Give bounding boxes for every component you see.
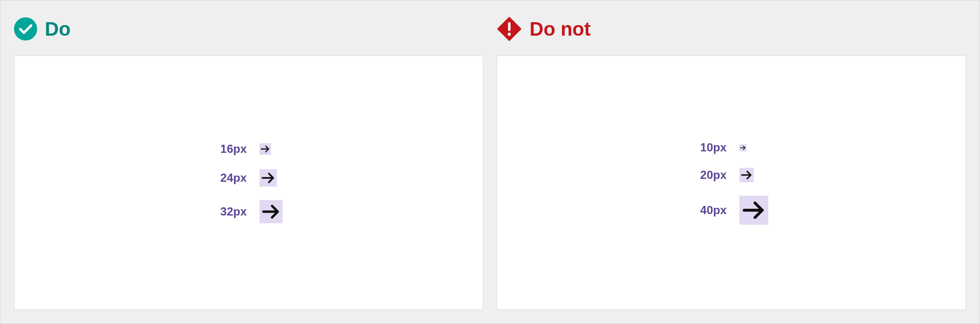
size-row: 20px xyxy=(695,168,754,182)
arrow-right-icon xyxy=(739,168,754,182)
do-title: Do xyxy=(45,19,70,39)
donot-size-list: 10px 20px 40px xyxy=(695,141,768,225)
size-row: 16px xyxy=(215,142,271,156)
size-label: 10px xyxy=(695,141,727,154)
size-label: 16px xyxy=(215,142,247,156)
size-label: 24px xyxy=(215,171,247,185)
arrow-right-icon xyxy=(739,144,747,151)
size-row: 40px xyxy=(695,196,768,225)
size-row: 24px xyxy=(215,169,277,187)
donot-column: Do not 10px 20px 40px xyxy=(497,14,966,310)
size-row: 32px xyxy=(215,200,283,223)
guidance-container: Do 16px 24px 32px xyxy=(0,0,980,324)
svg-point-0 xyxy=(14,17,37,40)
do-panel: 16px 24px 32px xyxy=(14,55,483,310)
donot-title: Do not xyxy=(530,19,591,39)
alert-diamond-icon xyxy=(497,16,522,41)
arrow-right-icon xyxy=(259,143,271,155)
do-column: Do 16px 24px 32px xyxy=(14,14,483,310)
do-size-list: 16px 24px 32px xyxy=(215,142,283,223)
arrow-right-icon xyxy=(259,200,283,223)
arrow-right-icon xyxy=(259,169,277,187)
svg-rect-1 xyxy=(508,22,510,31)
size-label: 32px xyxy=(215,205,247,218)
donot-panel: 10px 20px 40px xyxy=(497,55,966,310)
size-label: 20px xyxy=(695,168,727,182)
check-circle-icon xyxy=(14,17,37,40)
size-label: 40px xyxy=(695,203,727,217)
do-header: Do xyxy=(14,14,483,44)
svg-point-2 xyxy=(508,33,511,36)
size-row: 10px xyxy=(695,141,747,154)
donot-header: Do not xyxy=(497,14,966,44)
arrow-right-icon xyxy=(739,196,768,225)
